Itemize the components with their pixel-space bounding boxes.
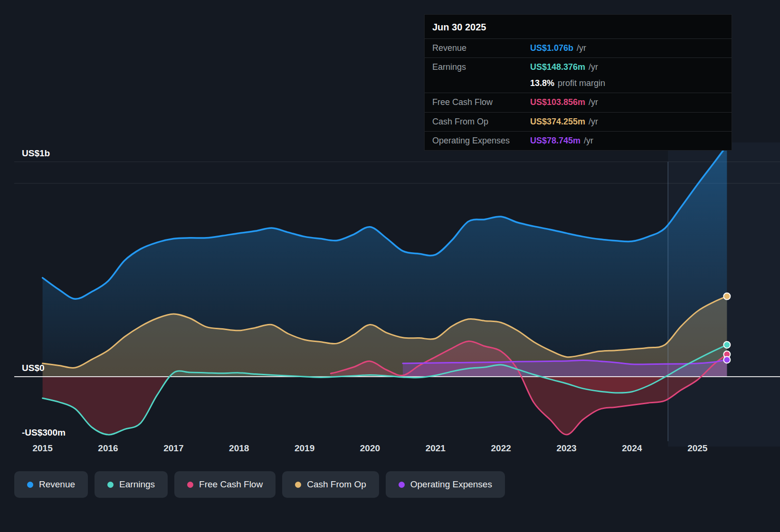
operating-expenses-dot-icon [399,482,405,488]
x-tick-label: 2024 [622,443,642,453]
chart-area[interactable]: 2015201620172018201920202021202220232024… [0,142,780,456]
chart-tooltip: Jun 30 2025 Revenue US$1.076b/yr Earning… [424,14,732,151]
legend-item-operating-expenses[interactable]: Operating Expenses [386,471,505,498]
tooltip-row-value: US$148.376m/yr [530,62,598,73]
tooltip-row-cash-from-op: Cash From Op US$374.255m/yr [425,112,732,131]
cash-from-op-marker [723,293,730,300]
y-tick-label: US$1b [22,148,50,158]
tooltip-row-value: US$78.745m/yr [530,135,593,146]
legend-item-revenue[interactable]: Revenue [14,471,88,498]
operating-expenses-marker [723,356,730,363]
x-tick-label: 2023 [556,443,576,453]
earnings-marker [723,342,730,348]
tooltip-row-label: Operating Expenses [432,135,530,146]
tooltip-row-label: Free Cash Flow [432,97,530,108]
y-tick-label: US$0 [22,363,45,373]
tooltip-row-profit-margin: 13.8%profit margin [425,77,732,93]
tooltip-row-operating-expenses: Operating Expenses US$78.745m/yr [425,131,732,150]
legend-label: Operating Expenses [410,479,492,490]
legend-label: Revenue [39,479,75,490]
tooltip-date: Jun 30 2025 [425,15,732,38]
x-tick-label: 2022 [491,443,511,453]
tooltip-row-earnings: Earnings US$148.376m/yr [425,57,732,76]
revenue-dot-icon [27,482,33,488]
legend-label: Cash From Op [307,479,366,490]
tooltip-row-value: 13.8%profit margin [530,78,605,89]
legend: Revenue Earnings Free Cash Flow Cash Fro… [14,471,505,498]
x-tick-label: 2018 [229,443,249,453]
legend-label: Earnings [119,479,155,490]
chart-svg[interactable]: 2015201620172018201920202021202220232024… [0,142,780,456]
tooltip-row-value: US$1.076b/yr [530,43,586,54]
free-cash-flow-dot-icon [187,482,193,488]
x-tick-label: 2021 [426,443,446,453]
x-tick-label: 2020 [360,443,380,453]
tooltip-row-free-cash-flow: Free Cash Flow US$103.856m/yr [425,93,732,112]
tooltip-row-revenue: Revenue US$1.076b/yr [425,38,732,57]
legend-label: Free Cash Flow [199,479,263,490]
chart-page: Jun 30 2025 Revenue US$1.076b/yr Earning… [0,0,780,532]
legend-item-earnings[interactable]: Earnings [95,471,168,498]
x-tick-label: 2019 [295,443,314,453]
y-tick-label: -US$300m [22,428,66,437]
tooltip-row-value: US$374.255m/yr [530,116,598,127]
tooltip-row-label: Cash From Op [432,116,530,127]
legend-item-cash-from-op[interactable]: Cash From Op [282,471,379,498]
tooltip-row-label: Revenue [432,43,530,54]
cash-from-op-dot-icon [295,482,301,488]
x-tick-label: 2016 [98,443,118,453]
x-tick-label: 2015 [32,443,53,453]
x-tick-label: 2017 [163,443,183,453]
earnings-dot-icon [107,482,114,488]
legend-item-free-cash-flow[interactable]: Free Cash Flow [174,471,276,498]
tooltip-row-label: Earnings [432,62,530,73]
tooltip-row-value: US$103.856m/yr [530,97,598,108]
x-tick-label: 2025 [687,443,708,453]
